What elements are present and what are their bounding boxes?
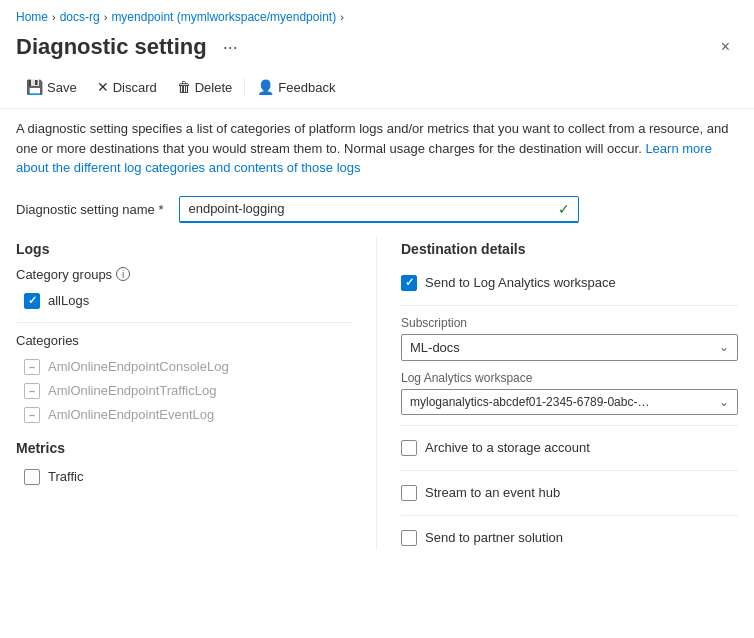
discard-label: Discard — [113, 80, 157, 95]
workspace-chevron-down-icon: ⌄ — [719, 395, 729, 409]
setting-name-row: Diagnostic setting name * ✓ — [0, 190, 754, 237]
save-button[interactable]: 💾 Save — [16, 74, 87, 100]
allLogs-row: allLogs — [16, 290, 352, 312]
close-button[interactable]: × — [713, 34, 738, 60]
subscription-dropdown-wrap: ML-docs ⌄ — [401, 334, 738, 361]
logs-section-title: Logs — [16, 241, 352, 257]
traffic-row: Traffic — [16, 466, 352, 488]
categories-list: AmlOnlineEndpointConsoleLog AmlOnlineEnd… — [16, 356, 352, 426]
save-label: Save — [47, 80, 77, 95]
category-groups-section: Category groups i allLogs — [16, 267, 352, 312]
toolbar: 💾 Save ✕ Discard 🗑 Delete 👤 Feedback — [0, 70, 754, 109]
destination-title: Destination details — [401, 241, 738, 257]
divider-partner — [401, 515, 738, 516]
required-indicator: * — [158, 202, 163, 217]
workspace-label: Log Analytics workspace — [401, 371, 738, 385]
discard-button[interactable]: ✕ Discard — [87, 74, 167, 100]
workspace-dropdown[interactable]: myloganalytics-abcdef01-2345-6789-0abc-d… — [401, 389, 738, 415]
workspace-value: myloganalytics-abcdef01-2345-6789-0abc-d… — [410, 395, 650, 409]
archive-storage-label[interactable]: Archive to a storage account — [425, 440, 590, 455]
page-title: Diagnostic setting — [16, 34, 207, 60]
discard-icon: ✕ — [97, 79, 109, 95]
subscription-value: ML-docs — [410, 340, 460, 355]
toolbar-divider — [244, 77, 245, 97]
description-box: A diagnostic setting specifies a list of… — [0, 109, 754, 190]
workspace-dropdown-wrap: myloganalytics-abcdef01-2345-6789-0abc-d… — [401, 389, 738, 415]
traffic-checkbox[interactable] — [24, 469, 40, 485]
workspace-section: Log Analytics workspace myloganalytics-a… — [401, 371, 738, 415]
divider-categories — [16, 322, 352, 323]
right-panel: Destination details Send to Log Analytic… — [376, 237, 738, 550]
feedback-icon: 👤 — [257, 79, 274, 95]
delete-icon: 🗑 — [177, 79, 191, 95]
left-panel: Logs Category groups i allLogs Categorie… — [16, 237, 376, 550]
categories-label: Categories — [16, 333, 352, 348]
consolelog-label: AmlOnlineEndpointConsoleLog — [48, 359, 229, 374]
subscription-label: Subscription — [401, 316, 738, 330]
delete-label: Delete — [195, 80, 233, 95]
archive-storage-row: Archive to a storage account — [401, 436, 738, 460]
more-options-icon[interactable]: ··· — [223, 37, 238, 58]
main-content: Logs Category groups i allLogs Categorie… — [0, 237, 754, 550]
allLogs-checkbox[interactable] — [24, 293, 40, 309]
archive-storage-checkbox[interactable] — [401, 440, 417, 456]
eventlog-row: AmlOnlineEndpointEventLog — [16, 404, 352, 426]
breadcrumb-docs-rg[interactable]: docs-rg — [60, 10, 100, 24]
breadcrumb-sep-2: › — [104, 11, 108, 23]
subscription-section: Subscription ML-docs ⌄ — [401, 316, 738, 361]
feedback-label: Feedback — [278, 80, 335, 95]
partner-solution-label[interactable]: Send to partner solution — [425, 530, 563, 545]
partner-solution-row: Send to partner solution — [401, 526, 738, 550]
category-groups-info-icon[interactable]: i — [116, 267, 130, 281]
log-analytics-label[interactable]: Send to Log Analytics workspace — [425, 275, 616, 290]
trafficlog-checkbox[interactable] — [24, 383, 40, 399]
traffic-label[interactable]: Traffic — [48, 469, 83, 484]
eventlog-label: AmlOnlineEndpointEventLog — [48, 407, 214, 422]
consolelog-checkbox[interactable] — [24, 359, 40, 375]
consolelog-row: AmlOnlineEndpointConsoleLog — [16, 356, 352, 378]
metrics-section-title: Metrics — [16, 440, 352, 456]
divider-archive — [401, 425, 738, 426]
trafficlog-row: AmlOnlineEndpointTrafficLog — [16, 380, 352, 402]
subscription-chevron-down-icon: ⌄ — [719, 340, 729, 354]
metrics-section: Metrics Traffic — [16, 440, 352, 488]
event-hub-checkbox[interactable] — [401, 485, 417, 501]
description-text: A diagnostic setting specifies a list of… — [16, 121, 728, 156]
divider-event-hub — [401, 470, 738, 471]
divider-la — [401, 305, 738, 306]
input-valid-icon: ✓ — [558, 201, 570, 217]
title-row: Diagnostic setting ··· × — [0, 30, 754, 70]
setting-name-field[interactable] — [188, 201, 554, 216]
breadcrumb: Home › docs-rg › myendpoint (mymlworkspa… — [0, 0, 754, 30]
save-icon: 💾 — [26, 79, 43, 95]
category-groups-label: Category groups i — [16, 267, 352, 282]
log-analytics-checkbox[interactable] — [401, 275, 417, 291]
delete-button[interactable]: 🗑 Delete — [167, 74, 243, 100]
event-hub-label[interactable]: Stream to an event hub — [425, 485, 560, 500]
setting-name-label: Diagnostic setting name * — [16, 202, 163, 217]
setting-name-input-wrapper: ✓ — [179, 196, 579, 223]
subscription-dropdown[interactable]: ML-docs ⌄ — [401, 334, 738, 361]
breadcrumb-endpoint[interactable]: myendpoint (mymlworkspace/myendpoint) — [111, 10, 336, 24]
partner-solution-checkbox[interactable] — [401, 530, 417, 546]
main-container: Home › docs-rg › myendpoint (mymlworkspa… — [0, 0, 754, 638]
categories-section: Categories AmlOnlineEndpointConsoleLog A… — [16, 333, 352, 426]
breadcrumb-sep-3: › — [340, 11, 344, 23]
eventlog-checkbox[interactable] — [24, 407, 40, 423]
event-hub-row: Stream to an event hub — [401, 481, 738, 505]
trafficlog-label: AmlOnlineEndpointTrafficLog — [48, 383, 216, 398]
breadcrumb-sep-1: › — [52, 11, 56, 23]
breadcrumb-home[interactable]: Home — [16, 10, 48, 24]
allLogs-label[interactable]: allLogs — [48, 293, 89, 308]
log-analytics-row: Send to Log Analytics workspace — [401, 271, 738, 295]
feedback-button[interactable]: 👤 Feedback — [247, 74, 345, 100]
